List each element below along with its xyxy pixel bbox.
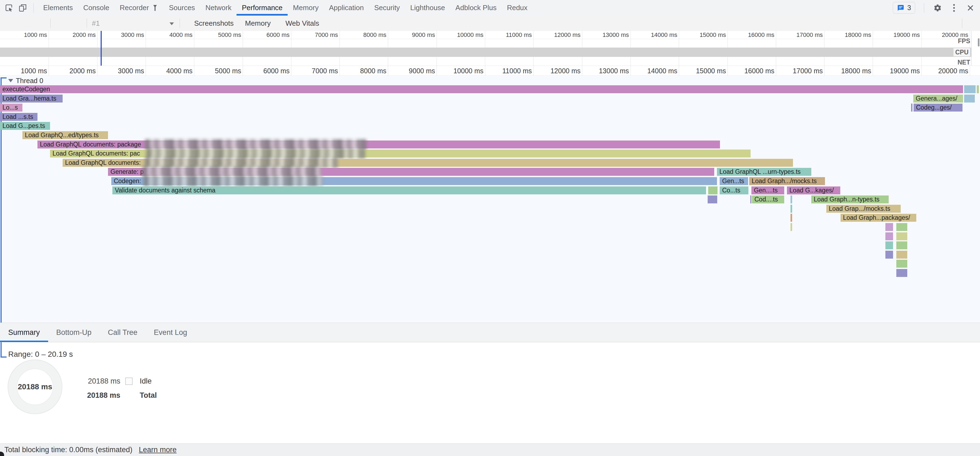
- flame-bar[interactable]: Load GraphQ...ed/types.ts: [22, 131, 108, 139]
- close-icon[interactable]: [966, 3, 975, 13]
- flame-bar[interactable]: Load Grap.../mocks.ts: [826, 205, 901, 213]
- flame-bar[interactable]: Load GraphQL ...urn-types.ts: [717, 168, 811, 176]
- overview-scroll-thumb[interactable]: [978, 38, 980, 46]
- flame-bar[interactable]: Load Graph...packages/: [840, 214, 916, 222]
- flame-bar[interactable]: Lo...s: [0, 103, 22, 111]
- flame-bar-fragment[interactable]: [896, 251, 907, 259]
- settings-gear-icon[interactable]: [933, 3, 942, 13]
- checkbox-label: Screenshots: [194, 16, 234, 31]
- bottom-tab-event-log[interactable]: Event Log: [146, 323, 196, 342]
- more-options-kebab-icon[interactable]: [950, 3, 959, 13]
- flame-bar[interactable]: Cod....ts: [752, 195, 784, 203]
- flame-bar-fragment[interactable]: [977, 85, 979, 93]
- topbar-right: 3: [893, 0, 980, 16]
- flame-bar-fragment[interactable]: [791, 214, 792, 222]
- flame-bar[interactable]: Co...ts: [720, 186, 748, 194]
- tab-redux[interactable]: Redux: [502, 0, 533, 16]
- tab-application[interactable]: Application: [324, 0, 369, 16]
- flame-bar[interactable]: Validate documents against schema: [112, 186, 706, 194]
- flame-bar-fragment[interactable]: [896, 242, 907, 249]
- flame-bar-fragment[interactable]: [885, 232, 893, 240]
- flame-bar[interactable]: Load Gra...hema.ts: [0, 95, 63, 103]
- flame-bar-label: Load ...s.ts: [0, 113, 37, 121]
- tab-adblock-plus[interactable]: Adblock Plus: [450, 0, 502, 16]
- ruler-tick-label: 11000 ms: [488, 66, 532, 76]
- cpu-track-label: CPU: [953, 48, 970, 56]
- ruler-tick-label: 2000 ms: [52, 66, 96, 76]
- tab-sources[interactable]: Sources: [164, 0, 200, 16]
- flame-bar-label: Load GraphQ...ed/types.ts: [22, 131, 108, 139]
- flame-bar-label: Load Grap.../mocks.ts: [826, 205, 901, 213]
- flame-bar[interactable]: Codegen:: [111, 177, 717, 185]
- tab-security[interactable]: Security: [369, 0, 405, 16]
- flame-bar[interactable]: Load G...pes.ts: [0, 122, 50, 130]
- flame-bar-fragment[interactable]: [896, 232, 907, 240]
- donut-chart: 20188 ms: [8, 359, 62, 414]
- tab-label: Elements: [43, 3, 73, 12]
- flame-bar-fragment[interactable]: [708, 186, 718, 194]
- tab-performance[interactable]: Performance: [237, 0, 288, 16]
- status-bar: Total blocking time: 0.00ms (estimated) …: [0, 443, 980, 456]
- issues-button[interactable]: 3: [893, 2, 915, 14]
- tab-recorder[interactable]: Recorder: [115, 0, 164, 16]
- flame-bar-fragment[interactable]: [791, 195, 792, 203]
- flame-bar-fragment[interactable]: [964, 85, 975, 93]
- flame-bar-fragment[interactable]: [791, 205, 792, 213]
- tab-network[interactable]: Network: [200, 0, 237, 16]
- ruler-tick-label: 16000 ms: [730, 66, 775, 76]
- flame-chart[interactable]: Thread 0 executeCodegenLoad Gra...hema.t…: [0, 76, 980, 323]
- tab-lighthouse[interactable]: Lighthouse: [405, 0, 450, 16]
- flame-bar[interactable]: executeCodegen: [0, 85, 963, 93]
- legend-row: 20188 msIdle: [82, 375, 157, 387]
- flame-bar[interactable]: Codeg...ges/: [913, 103, 963, 111]
- playhead-line[interactable]: [100, 31, 102, 66]
- flame-bar[interactable]: Load GraphQL documents: pac: [50, 149, 751, 157]
- flame-bar[interactable]: Genera...ages/: [913, 95, 963, 103]
- flame-bar-label: Load Graph...n-types.ts: [811, 195, 889, 203]
- tab-label: Memory: [293, 3, 318, 12]
- flame-bar-fragment[interactable]: [885, 251, 893, 259]
- flame-bar-fragment[interactable]: [885, 223, 893, 231]
- flame-bar-fragment[interactable]: [885, 242, 893, 249]
- tab-elements[interactable]: Elements: [38, 0, 78, 16]
- flame-bar-fragment[interactable]: [964, 95, 975, 103]
- flame-bar[interactable]: Load GraphQL documents: package: [37, 140, 720, 148]
- timeline-overview[interactable]: 1000 ms2000 ms3000 ms4000 ms5000 ms6000 …: [0, 31, 980, 66]
- flame-bar[interactable]: Load Graph...n-types.ts: [811, 195, 889, 203]
- ruler-tick-label: 2000 ms: [52, 31, 96, 39]
- flame-bar[interactable]: Gen...ts: [720, 177, 748, 185]
- inspect-element-icon[interactable]: [5, 3, 14, 13]
- flame-bar-fragment[interactable]: [750, 195, 751, 203]
- flame-bar-fragment[interactable]: [896, 223, 907, 231]
- ruler-tick-label: 17000 ms: [779, 31, 823, 39]
- flame-bar[interactable]: Load ...s.ts: [0, 113, 37, 121]
- legend-swatch: [125, 378, 133, 385]
- learn-more-link[interactable]: Learn more: [139, 446, 177, 454]
- flame-bar-fragment[interactable]: [708, 195, 717, 203]
- ruler-tick-label: 16000 ms: [730, 31, 775, 39]
- device-toolbar-icon[interactable]: [18, 3, 27, 13]
- flame-bar-fragment[interactable]: [896, 260, 907, 268]
- legend-label: Idle: [140, 377, 152, 386]
- tab-label: Application: [329, 3, 364, 12]
- flame-bar-fragment[interactable]: [791, 223, 792, 231]
- bottom-tab-call-tree[interactable]: Call Tree: [100, 323, 146, 342]
- tab-console[interactable]: Console: [78, 0, 114, 16]
- history-select[interactable]: #1: [92, 16, 174, 31]
- tab-memory[interactable]: Memory: [288, 0, 324, 16]
- flame-bar[interactable]: Gen....ts: [751, 186, 784, 194]
- flame-bar-fragment[interactable]: [896, 269, 907, 277]
- flame-bar[interactable]: Load Graph.../mocks.ts: [749, 177, 825, 185]
- tab-label: Performance: [242, 3, 282, 12]
- ruler-tick-label: 18000 ms: [827, 31, 871, 39]
- chevron-down-icon[interactable]: [170, 22, 174, 25]
- tab-label: Sources: [169, 3, 195, 12]
- flame-bar[interactable]: Load G...kages/: [787, 186, 840, 194]
- flame-bar[interactable]: Load GraphQL documents:: [63, 159, 793, 167]
- bottom-tab-summary[interactable]: Summary: [0, 323, 48, 342]
- collapse-triangle-icon[interactable]: [8, 79, 13, 82]
- flame-bar[interactable]: Generate: p: [108, 168, 714, 176]
- flame-bar-fragment[interactable]: [911, 103, 912, 111]
- bottom-tab-bottom-up[interactable]: Bottom-Up: [48, 323, 100, 342]
- ruler-tick-label: 19000 ms: [876, 66, 920, 76]
